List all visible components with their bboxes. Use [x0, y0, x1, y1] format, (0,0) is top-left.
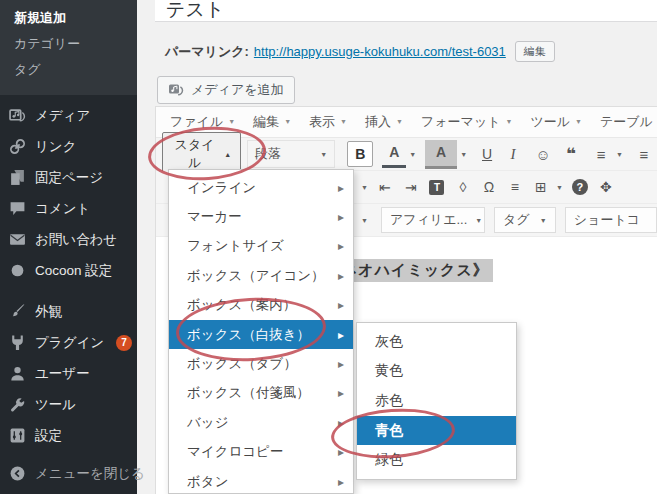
permalink-edit-button[interactable]: 編集: [515, 41, 555, 62]
hidden-dropdown-caret-icon[interactable]: ▼: [361, 184, 368, 191]
wordpress-admin-screen: 新規追加 カテゴリー タグ メディア リンク 固定ページ コメント: [0, 0, 657, 494]
bullet-list-caret-icon[interactable]: ▼: [616, 151, 623, 158]
toolbar-row-1: スタイル 段落 B A ▼ A ▼ U I ☺ ❝ ≡ ▼ ≡: [156, 138, 657, 171]
shortcode-select[interactable]: ショートコ: [565, 207, 657, 233]
style-dropdown-label: スタイル: [172, 136, 217, 172]
users-icon: [9, 365, 26, 382]
sidebar-item-categories[interactable]: カテゴリー: [0, 31, 137, 57]
sidebar-item-users[interactable]: ユーザー: [0, 358, 137, 389]
style-menu-item-microcopy[interactable]: マイクロコピー: [169, 438, 353, 467]
sidebar-item-label: 設定: [35, 427, 62, 445]
sidebar-item-pages[interactable]: 固定ページ: [0, 162, 137, 193]
color-item-blue[interactable]: 青色: [357, 416, 516, 446]
settings-icon: [9, 427, 26, 444]
media-icon: [9, 107, 26, 124]
sidebar-item-label: ユーザー: [35, 365, 90, 383]
style-menu-item-badge[interactable]: バッジ: [169, 408, 353, 437]
cocoon-icon: [9, 262, 26, 279]
paste-as-text-button[interactable]: T: [425, 175, 449, 199]
sidebar-item-tags[interactable]: タグ: [0, 57, 137, 83]
outdent-button[interactable]: ⇤: [373, 175, 397, 199]
affiliate-select[interactable]: アフィリエ...: [381, 207, 485, 233]
text-color-button[interactable]: A: [382, 140, 406, 168]
bullet-list-button[interactable]: ≡: [589, 142, 613, 166]
paste-text-icon: T: [429, 180, 444, 195]
menu-tools[interactable]: ツール: [521, 113, 591, 131]
sidebar-item-links[interactable]: リンク: [0, 131, 137, 162]
style-menu-item-fontsize[interactable]: フォントサイズ: [169, 232, 353, 261]
menu-view[interactable]: 表示: [300, 113, 356, 131]
appearance-icon: [9, 303, 26, 320]
emoticons-button[interactable]: ☺: [531, 142, 555, 166]
special-character-button[interactable]: Ω: [477, 175, 501, 199]
style-menu-item-button[interactable]: ボタン: [169, 467, 353, 494]
remove-format-button[interactable]: ◊: [451, 175, 475, 199]
style-menu-item-box-guide[interactable]: ボックス（案内）: [169, 291, 353, 320]
pages-icon: [9, 169, 26, 186]
background-color-caret-icon[interactable]: ▼: [460, 151, 467, 158]
add-media-label: メディアを追加: [191, 81, 284, 99]
add-media-button[interactable]: メディアを追加: [157, 76, 295, 104]
menu-file[interactable]: ファイル: [161, 113, 244, 131]
sidebar-item-collapse-menu[interactable]: メニューを閉じる: [0, 458, 137, 489]
paragraph-format-select[interactable]: 段落: [247, 140, 335, 168]
color-item-red[interactable]: 赤色: [357, 386, 516, 416]
italic-button[interactable]: I: [501, 142, 525, 166]
background-color-button[interactable]: A: [425, 140, 457, 169]
style-menu-item-box-tab[interactable]: ボックス（タブ）: [169, 349, 353, 378]
comments-icon: [9, 200, 26, 217]
color-item-green[interactable]: 緑色: [357, 445, 516, 475]
menu-insert[interactable]: 挿入: [356, 113, 412, 131]
indent-button[interactable]: ⇥: [399, 175, 423, 199]
hidden-dropdown-caret-icon[interactable]: ▼: [361, 217, 368, 224]
sidebar-item-settings[interactable]: 設定: [0, 420, 137, 451]
color-item-yellow[interactable]: 黄色: [357, 357, 516, 387]
table-caret-icon[interactable]: ▼: [556, 184, 563, 191]
text-color-caret-icon[interactable]: ▼: [409, 151, 416, 158]
selected-text[interactable]: ネオハイミックス》: [338, 259, 493, 282]
underline-button[interactable]: U: [475, 142, 499, 166]
table-button[interactable]: ⊞: [529, 175, 553, 199]
style-menu-item-box-icon[interactable]: ボックス（アイコン）: [169, 261, 353, 290]
sidebar-item-add-new[interactable]: 新規追加: [0, 5, 137, 31]
sidebar-item-label: お問い合わせ: [35, 231, 117, 249]
sidebar-item-contact[interactable]: お問い合わせ: [0, 224, 137, 255]
help-button[interactable]: ?: [568, 175, 592, 199]
color-item-gray[interactable]: 灰色: [357, 327, 516, 357]
plugin-icon: [9, 334, 26, 351]
style-menu-item-box-shironuki[interactable]: ボックス（白抜き）: [169, 320, 353, 349]
sidebar-item-media[interactable]: メディア: [0, 100, 137, 131]
sidebar-item-label: プラグイン: [35, 334, 104, 352]
style-menu-item-inline[interactable]: インライン: [169, 173, 353, 202]
permalink-row: パーマリンク: http://happy.usuge-kokuhuku.com/…: [165, 41, 555, 62]
update-count-badge: 7: [116, 335, 132, 351]
sidebar-item-cocoon-settings[interactable]: Cocoon 設定: [0, 255, 137, 286]
blockquote-button[interactable]: ❝: [559, 142, 583, 166]
link-icon: [9, 138, 26, 155]
numbered-list-button[interactable]: ≡: [632, 142, 656, 166]
admin-menu: メディア リンク 固定ページ コメント お問い合わせ Cocoon 設定: [0, 100, 137, 489]
read-more-button[interactable]: ≡: [503, 175, 527, 199]
sidebar-item-label: 外観: [35, 303, 62, 321]
sidebar-item-plugins[interactable]: プラグイン 7: [0, 327, 137, 358]
menu-edit[interactable]: 編集: [244, 113, 300, 131]
permalink-link[interactable]: http://happy.usuge-kokuhuku.com/test-603…: [254, 44, 506, 59]
bold-button[interactable]: B: [347, 141, 373, 167]
sidebar-item-appearance[interactable]: 外観: [0, 296, 137, 327]
menu-format[interactable]: フォーマット: [412, 113, 521, 131]
fullscreen-button[interactable]: ✥: [594, 175, 618, 199]
sidebar-item-comments[interactable]: コメント: [0, 193, 137, 224]
sidebar-item-tools[interactable]: ツール: [0, 389, 137, 420]
menu-table[interactable]: テーブル: [591, 113, 657, 131]
sidebar-item-label: メディア: [35, 107, 90, 125]
style-menu-item-marker[interactable]: マーカー: [169, 202, 353, 231]
post-title-input[interactable]: テスト: [155, 0, 657, 22]
color-submenu: 灰色 黄色 赤色 青色 緑色: [356, 322, 517, 480]
tag-select[interactable]: タグ: [494, 207, 556, 233]
sidebar-item-label: ツール: [35, 396, 76, 414]
tools-icon: [9, 396, 26, 413]
sidebar-item-label: メニューを閉じる: [35, 465, 145, 483]
shortcode-select-value: ショートコ: [574, 211, 640, 229]
posts-submenu: 新規追加 カテゴリー タグ: [0, 0, 137, 95]
style-menu-item-box-sticky[interactable]: ボックス（付箋風）: [169, 379, 353, 408]
